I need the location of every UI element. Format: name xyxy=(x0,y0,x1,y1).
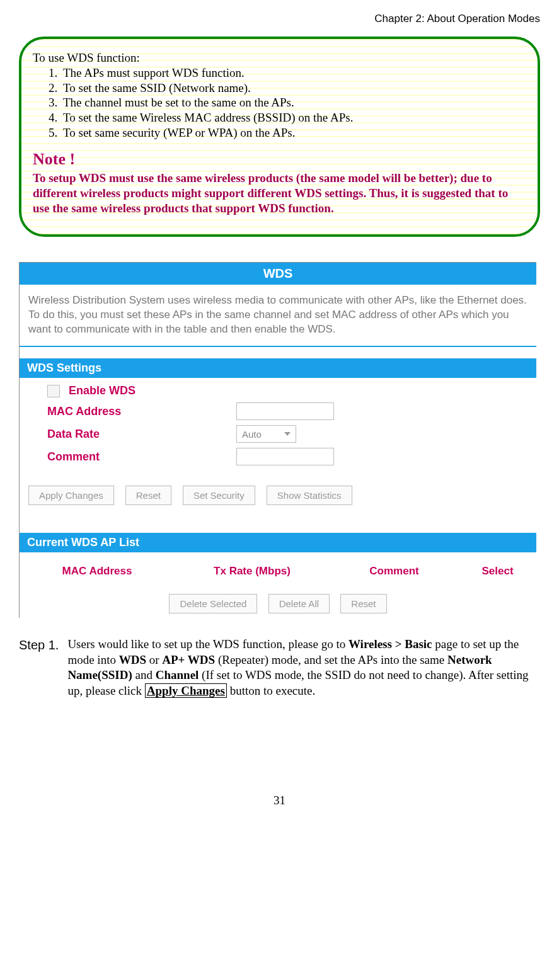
settings-button-row: Apply Changes Reset Set Security Show St… xyxy=(20,479,536,518)
col-comment: Comment xyxy=(330,559,459,588)
comment-label: Comment xyxy=(28,450,236,464)
data-rate-value: Auto xyxy=(242,429,262,440)
show-statistics-button[interactable]: Show Statistics xyxy=(267,486,352,505)
apply-changes-boxed: Apply Changes xyxy=(145,683,227,698)
wds-ap-table: MAC Address Tx Rate (Mbps) Comment Selec… xyxy=(20,559,536,588)
col-txrate: Tx Rate (Mbps) xyxy=(175,559,330,588)
list-button-row: Delete Selected Delete All Reset xyxy=(20,594,536,618)
callout-intro: To use WDS function: xyxy=(33,50,526,66)
reset-button[interactable]: Reset xyxy=(125,486,171,505)
delete-all-button[interactable]: Delete All xyxy=(268,594,330,613)
callout-item: To set the same Wireless MAC address (BS… xyxy=(61,110,526,125)
step-text: and xyxy=(132,668,156,681)
router-screenshot: WDS Wireless Distribution System uses wi… xyxy=(19,262,536,618)
col-select: Select xyxy=(459,559,536,588)
callout-item: To set same security (WEP or WPA) on the… xyxy=(61,125,526,140)
note-body: To setup WDS must use the same wireless … xyxy=(33,171,526,215)
page-number: 31 xyxy=(19,794,540,807)
step-bold: Wireless > Basic xyxy=(349,637,432,651)
step-bold: AP+ WDS xyxy=(162,653,215,666)
enable-wds-checkbox[interactable] xyxy=(47,385,60,397)
comment-input[interactable] xyxy=(236,448,334,465)
note-title: Note ! xyxy=(33,149,526,170)
callout-item: The channel must be set to the same on t… xyxy=(61,95,526,110)
step-text: or xyxy=(146,653,162,666)
divider xyxy=(20,346,536,347)
callout-item: The APs must support WDS function. xyxy=(61,66,526,81)
apply-changes-button[interactable]: Apply Changes xyxy=(28,486,114,505)
list-reset-button[interactable]: Reset xyxy=(340,594,386,613)
delete-selected-button[interactable]: Delete Selected xyxy=(169,594,257,613)
chapter-header: Chapter 2: About Operation Modes xyxy=(19,13,540,25)
step-bold: WDS xyxy=(119,653,146,666)
callout-item: To set the same SSID (Network name). xyxy=(61,81,526,96)
wds-title-bar: WDS xyxy=(20,263,536,285)
step-1: Step 1. Users would like to set up the W… xyxy=(19,637,540,699)
step-1-label: Step 1. xyxy=(19,637,59,699)
step-text: Users would like to set up the WDS funct… xyxy=(67,637,349,651)
mac-address-input[interactable] xyxy=(236,402,334,420)
wds-settings-header: WDS Settings xyxy=(20,358,536,378)
wds-callout: To use WDS function: The APs must suppor… xyxy=(19,37,540,237)
step-bold: Channel xyxy=(156,668,199,681)
enable-wds-label: Enable WDS xyxy=(69,384,135,397)
step-text: (Repeater) mode, and set the APs into th… xyxy=(215,653,447,666)
mac-address-label: MAC Address xyxy=(28,405,236,418)
data-rate-select[interactable]: Auto xyxy=(236,425,296,443)
step-1-body: Users would like to set up the WDS funct… xyxy=(67,637,540,699)
col-mac: MAC Address xyxy=(20,559,175,588)
callout-list: The APs must support WDS function. To se… xyxy=(33,66,526,140)
wds-settings-form: Enable WDS MAC Address Data Rate Auto Co… xyxy=(20,384,536,479)
data-rate-label: Data Rate xyxy=(28,428,236,441)
wds-list-header: Current WDS AP List xyxy=(20,533,536,552)
wds-description: Wireless Distribution System uses wirele… xyxy=(20,285,536,343)
chevron-down-icon xyxy=(284,432,291,436)
step-text: button to execute. xyxy=(227,684,315,697)
set-security-button[interactable]: Set Security xyxy=(183,486,255,505)
